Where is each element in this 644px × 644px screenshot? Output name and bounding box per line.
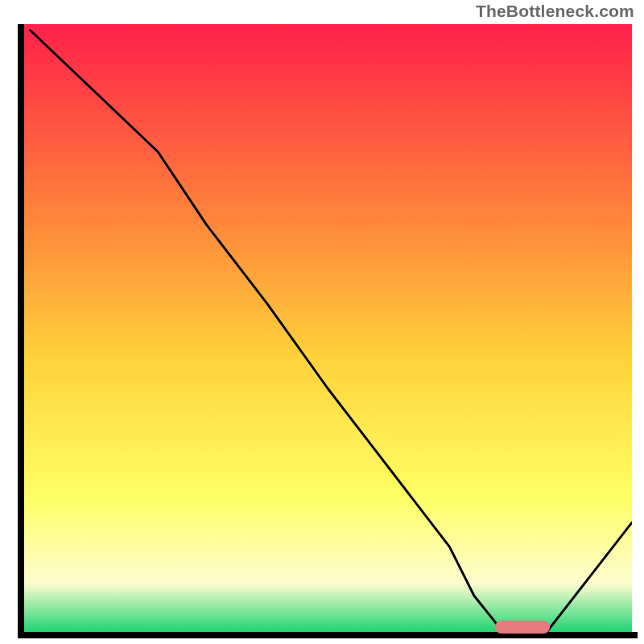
outer-canvas: TheBottleneck.com: [0, 0, 644, 644]
chart-plot-area: [24, 24, 632, 632]
y-axis: [18, 24, 24, 638]
watermark-text: TheBottleneck.com: [476, 2, 634, 21]
optimal-range-marker: [495, 621, 550, 634]
chart-svg: [24, 24, 632, 632]
gradient-background: [24, 24, 632, 632]
